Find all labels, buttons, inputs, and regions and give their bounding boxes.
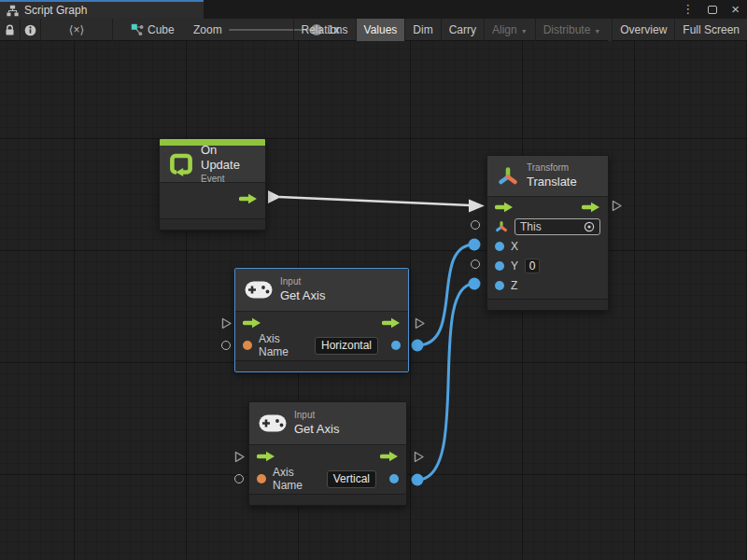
- dim-button[interactable]: Dim: [404, 19, 440, 41]
- maximize-icon[interactable]: [708, 6, 717, 14]
- axis-name-label: Axis Name: [273, 466, 320, 492]
- control-output-port[interactable]: [380, 451, 399, 462]
- tab-title: Script Graph: [24, 4, 87, 17]
- lock-icon: [5, 24, 15, 36]
- object-picker-icon[interactable]: [584, 221, 595, 232]
- ext-port-gav-flow-out[interactable]: [413, 451, 425, 463]
- transform-axis-icon: [497, 165, 519, 188]
- float-output-port[interactable]: [391, 341, 401, 350]
- transform-axis-mini-icon: [495, 220, 508, 233]
- angle-x-icon: ⟨×⟩: [69, 23, 84, 36]
- control-output-port[interactable]: [382, 317, 401, 329]
- node-subtitle: Input: [294, 410, 339, 422]
- lock-button[interactable]: [0, 19, 20, 41]
- node-translate[interactable]: Transform Translate: [486, 155, 609, 311]
- axis-name-label: Axis Name: [259, 332, 308, 358]
- value-port-z[interactable]: [495, 281, 504, 290]
- loop-arrow-icon: [169, 152, 193, 176]
- ext-port-gav-axis-in[interactable]: [234, 474, 244, 483]
- hotkey-hints-button[interactable]: ⟨×⟩: [41, 19, 112, 41]
- target-self-field[interactable]: This: [514, 218, 600, 235]
- gamepad-icon: [259, 414, 287, 432]
- control-output-port[interactable]: [239, 193, 258, 204]
- port-label-x: X: [511, 240, 518, 253]
- value-port-y[interactable]: [495, 261, 504, 271]
- node-subtitle: Event: [201, 174, 256, 186]
- info-icon: [24, 24, 36, 36]
- carry-button[interactable]: Carry: [441, 19, 484, 41]
- ext-port-translate-flow-out[interactable]: [611, 200, 623, 212]
- chevron-down-icon: ▼: [521, 28, 528, 35]
- node-get-axis-vertical[interactable]: Input Get Axis: [248, 401, 407, 506]
- kebab-menu-icon[interactable]: ⋮: [682, 0, 694, 19]
- node-footer: [487, 299, 608, 310]
- node-footer: [249, 494, 406, 505]
- node-footer: [160, 218, 265, 230]
- relations-button[interactable]: Relations: [293, 19, 356, 41]
- node-subtitle: Transform: [527, 162, 577, 175]
- control-output-port[interactable]: [582, 202, 600, 213]
- port-label-y: Y: [511, 259, 518, 273]
- distribute-dropdown[interactable]: Distribute ▼: [535, 19, 609, 41]
- node-title: Translate: [527, 175, 577, 189]
- axis-name-field[interactable]: Horizontal: [315, 337, 378, 355]
- node-get-axis-horizontal[interactable]: Input Get Axis: [234, 268, 409, 372]
- target-object-label[interactable]: Cube: [148, 19, 175, 41]
- script-graph-window: Script Graph ⋮ ×: [0, 0, 747, 560]
- node-title: Get Axis: [280, 288, 325, 303]
- node-footer: [235, 360, 408, 371]
- float-output-port[interactable]: [389, 474, 399, 483]
- close-icon[interactable]: ×: [731, 0, 740, 19]
- info-button[interactable]: [21, 19, 40, 41]
- align-dropdown[interactable]: Align ▼: [484, 19, 535, 41]
- gamepad-icon: [245, 281, 273, 299]
- port-label-z: Z: [511, 279, 517, 292]
- control-input-port[interactable]: [243, 317, 261, 329]
- zoom-label: Zoom: [193, 19, 222, 41]
- control-input-port[interactable]: [257, 451, 275, 462]
- node-title: Get Axis: [294, 422, 339, 437]
- fullscreen-button[interactable]: Full Screen: [674, 19, 747, 41]
- axis-name-field[interactable]: Vertical: [327, 470, 376, 488]
- value-port-x[interactable]: [495, 242, 504, 251]
- values-button[interactable]: Values: [356, 19, 405, 41]
- ext-port-translate-this[interactable]: [471, 220, 480, 230]
- node-graph-icon: [130, 19, 145, 41]
- string-input-port[interactable]: [243, 341, 252, 350]
- overview-button[interactable]: Overview: [612, 19, 674, 41]
- ext-port-gav-flow-in[interactable]: [233, 451, 246, 463]
- graph-hierarchy-icon: [7, 5, 19, 17]
- chevron-down-icon: ▼: [594, 28, 600, 35]
- title-bar: Script Graph ⋮ ×: [0, 0, 747, 19]
- control-input-port[interactable]: [495, 202, 514, 213]
- node-subtitle: Input: [280, 276, 325, 288]
- tab-script-graph[interactable]: Script Graph: [0, 0, 204, 19]
- node-on-update[interactable]: On Update Event: [159, 138, 266, 231]
- ext-port-gah-flow-out[interactable]: [414, 317, 426, 329]
- graph-toolbar: ⟨×⟩ Cube Zoom 1x Relations Values Dim Ca…: [0, 19, 747, 41]
- node-title: On Update: [201, 143, 256, 174]
- ext-port-translate-y[interactable]: [471, 259, 480, 269]
- ext-port-gah-axis-in[interactable]: [221, 341, 231, 350]
- y-value-field[interactable]: 0: [525, 259, 540, 273]
- string-input-port[interactable]: [257, 474, 266, 483]
- ext-port-gah-flow-in[interactable]: [220, 317, 233, 329]
